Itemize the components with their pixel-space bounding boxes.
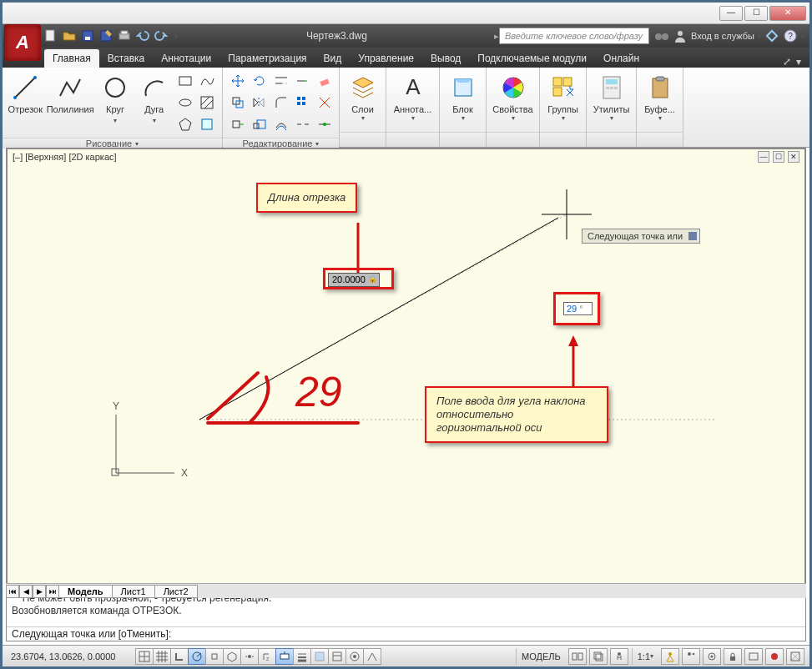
- qp-toggle[interactable]: [328, 648, 346, 665]
- dyn-toggle[interactable]: [275, 648, 294, 665]
- lineweight-toggle[interactable]: [293, 648, 311, 665]
- tab-plugins[interactable]: Подключаемые модули: [469, 49, 595, 68]
- snap-toggle[interactable]: [135, 648, 154, 665]
- tab-nav-last[interactable]: ⏭: [46, 585, 59, 598]
- hatch-button[interactable]: [197, 93, 217, 113]
- clipboard-button[interactable]: Буфе...▾: [642, 71, 678, 122]
- binoculars-icon[interactable]: [654, 28, 669, 43]
- open-icon[interactable]: [63, 29, 76, 43]
- mirror-button[interactable]: [250, 93, 270, 113]
- canvas[interactable]: X Y 29: [8, 164, 804, 585]
- ribbon-minimize-icon[interactable]: ▾: [796, 56, 801, 68]
- tab-parametric[interactable]: Параметризация: [219, 49, 315, 68]
- undo-icon[interactable]: [136, 29, 149, 43]
- window-maximize-button[interactable]: ☐: [744, 6, 768, 21]
- line-button[interactable]: Отрезок: [8, 71, 43, 114]
- explode-button[interactable]: [315, 93, 335, 113]
- polar-toggle[interactable]: [188, 648, 206, 665]
- hardware-accel[interactable]: [744, 648, 763, 665]
- ducs-toggle[interactable]: z: [258, 648, 276, 665]
- tab-nav-next[interactable]: ▶: [33, 585, 46, 598]
- tab-model[interactable]: Модель: [58, 585, 113, 598]
- osnap-toggle[interactable]: [205, 648, 224, 665]
- annotation-visibility[interactable]: [661, 648, 679, 665]
- tab-online[interactable]: Онлайн: [595, 49, 648, 68]
- array-button[interactable]: [293, 93, 313, 113]
- break-button[interactable]: [293, 114, 313, 134]
- app-logo[interactable]: A: [4, 24, 41, 61]
- qat-dropdown-icon[interactable]: ▼: [173, 33, 179, 40]
- polygon-button[interactable]: [175, 114, 195, 134]
- viewport-maximize-button[interactable]: ☐: [773, 151, 784, 163]
- quickview-drawings[interactable]: [589, 648, 608, 665]
- circle-button[interactable]: Круг▾: [98, 71, 134, 126]
- offset-button[interactable]: [271, 114, 291, 134]
- arc-button[interactable]: Дуга▾: [136, 71, 172, 126]
- layers-button[interactable]: Слои▾: [345, 71, 381, 122]
- dynamic-angle-field[interactable]: 29: [563, 302, 593, 315]
- region-button[interactable]: [197, 114, 217, 134]
- model-space-button[interactable]: МОДЕЛЬ: [516, 648, 566, 665]
- save-icon[interactable]: [81, 29, 94, 43]
- search-input[interactable]: Введите ключевое слово/фразу: [499, 28, 649, 44]
- viewport-close-button[interactable]: ✕: [788, 151, 799, 163]
- trim-button[interactable]: [271, 71, 291, 91]
- login-link[interactable]: Вход в службы: [691, 31, 754, 41]
- new-icon[interactable]: [44, 29, 58, 43]
- toolbar-lock[interactable]: [724, 648, 742, 665]
- tab-nav-first[interactable]: ⏮: [6, 585, 19, 598]
- tab-layout2[interactable]: Лист2: [154, 585, 198, 598]
- spline-button[interactable]: [197, 71, 217, 91]
- sc-toggle[interactable]: [345, 648, 364, 665]
- tab-annotate[interactable]: Аннотации: [153, 49, 219, 68]
- annotation-button[interactable]: A Аннота...▾: [393, 71, 433, 122]
- grid-toggle[interactable]: [153, 648, 171, 665]
- print-icon[interactable]: [118, 29, 131, 43]
- erase-button[interactable]: [315, 71, 335, 91]
- window-minimize-button[interactable]: ―: [719, 6, 743, 21]
- viewport-minimize-button[interactable]: ―: [758, 151, 769, 163]
- annotation-scale[interactable]: 1:1 ▾: [632, 648, 658, 665]
- scale-button[interactable]: [250, 114, 270, 134]
- utilities-button[interactable]: Утилиты▾: [592, 71, 631, 122]
- tab-output[interactable]: Вывод: [422, 49, 469, 68]
- am-toggle[interactable]: [363, 648, 381, 665]
- otrack-toggle[interactable]: [240, 648, 259, 665]
- tab-manage[interactable]: Управление: [350, 49, 422, 68]
- properties-button[interactable]: Свойства▾: [493, 71, 533, 122]
- ellipse-button[interactable]: [175, 93, 195, 113]
- help-dropdown-icon[interactable]: ▾: [801, 33, 804, 40]
- quickview-layouts[interactable]: [568, 648, 587, 665]
- tab-nav-prev[interactable]: ◀: [19, 585, 33, 598]
- workspace-switch[interactable]: [703, 648, 721, 665]
- block-button[interactable]: Блок▾: [445, 71, 481, 122]
- viewport-label[interactable]: [–] [Верхняя] [2D каркас]: [13, 152, 117, 162]
- polyline-button[interactable]: Полилиния: [47, 71, 94, 114]
- tab-home[interactable]: Главная: [44, 49, 99, 68]
- annotation-autoscale[interactable]: [682, 648, 700, 665]
- help-icon[interactable]: ?: [783, 28, 798, 43]
- move-button[interactable]: [228, 71, 248, 91]
- fillet-button[interactable]: [271, 93, 291, 113]
- dynamic-length-field[interactable]: 20.0000 🔒: [328, 273, 380, 287]
- exchange-icon[interactable]: [764, 28, 779, 43]
- 3dosnap-toggle[interactable]: [223, 648, 241, 665]
- redo-icon[interactable]: [154, 29, 168, 43]
- join-button[interactable]: [315, 114, 335, 134]
- login-dropdown-icon[interactable]: ▾: [758, 33, 761, 40]
- stretch-button[interactable]: [228, 114, 248, 134]
- rotate-button[interactable]: [250, 71, 270, 91]
- tab-layout1[interactable]: Лист1: [112, 585, 155, 598]
- window-close-button[interactable]: ✕: [769, 6, 806, 21]
- rectangle-button[interactable]: [175, 71, 195, 91]
- clean-screen[interactable]: [786, 648, 804, 665]
- annotation-scale-icon[interactable]: [610, 648, 628, 665]
- groups-button[interactable]: Группы▾: [545, 71, 581, 122]
- command-prompt[interactable]: Следующая точка или [оТменить]:: [7, 627, 805, 641]
- saveas-icon[interactable]: [99, 29, 113, 43]
- dropdown-icon[interactable]: [688, 232, 697, 240]
- isolate-objects[interactable]: [765, 648, 784, 665]
- extend-button[interactable]: [293, 71, 313, 91]
- tab-insert[interactable]: Вставка: [99, 49, 154, 68]
- ribbon-expand-icon[interactable]: ⤢: [783, 56, 791, 68]
